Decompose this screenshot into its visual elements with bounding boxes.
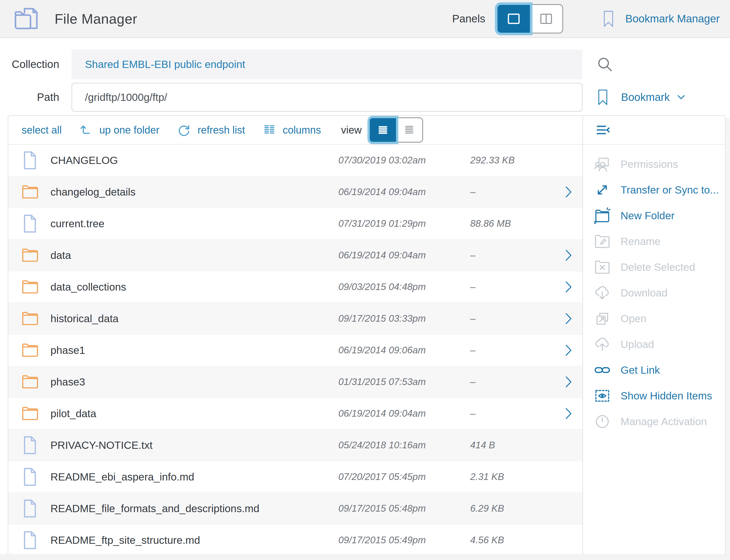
file-name: README_ftp_site_structure.md — [50, 534, 338, 546]
file-size: – — [470, 408, 555, 419]
bookmark-icon — [596, 89, 609, 106]
table-row[interactable]: changelog_details 06/19/2014 09:04am – — [8, 176, 583, 208]
single-panel-button[interactable] — [498, 5, 530, 33]
link-icon — [593, 361, 611, 379]
bookmark-manager-link[interactable]: Bookmark Manager — [602, 10, 720, 27]
action-label: Transfer or Sync to... — [621, 184, 719, 196]
collapse-icon — [594, 122, 612, 138]
open-icon — [593, 310, 611, 328]
bookmark-icon — [602, 10, 615, 27]
action-label: Permissions — [621, 158, 678, 170]
action-label: Delete Selected — [621, 261, 695, 273]
file-name: README_file_formats_and_descriptions.md — [50, 503, 338, 515]
action-label: Get Link — [621, 364, 660, 376]
refresh-list-button[interactable]: refresh list — [176, 123, 245, 137]
table-row[interactable]: README_file_formats_and_descriptions.md … — [8, 493, 583, 524]
select-all-label: select all — [22, 124, 62, 136]
single-pane-icon — [504, 10, 523, 27]
action-get-link[interactable]: Get Link — [583, 357, 725, 383]
file-name: data — [50, 249, 338, 261]
transfer-icon — [593, 181, 611, 199]
table-row[interactable]: current.tree 07/31/2019 01:29pm 88.86 MB — [8, 208, 583, 240]
modified-date: 06/19/2014 09:04am — [338, 408, 470, 419]
file-size: 4.56 KB — [470, 535, 555, 546]
file-size: – — [470, 250, 555, 261]
table-row[interactable]: README_ebi_aspera_info.md 07/20/2017 05:… — [8, 461, 583, 493]
rename-icon — [593, 232, 611, 250]
action-show-hidden-items[interactable]: Show Hidden Items — [583, 383, 725, 409]
list-dense-icon — [402, 123, 417, 137]
table-row[interactable]: PRIVACY-NOTICE.txt 05/24/2018 10:16am 41… — [8, 430, 583, 461]
collection-field[interactable]: Shared EMBL-EBI public endpoint — [72, 49, 583, 79]
table-row[interactable]: phase3 01/31/2015 07:53am – — [8, 366, 583, 398]
action-rename: Rename — [583, 229, 725, 254]
file-name: README_ebi_aspera_info.md — [50, 471, 338, 483]
up-one-folder-button[interactable]: up one folder — [79, 123, 160, 137]
refresh-icon — [176, 123, 191, 137]
columns-icon — [262, 123, 276, 137]
table-row[interactable]: data 06/19/2014 09:04am – — [8, 240, 583, 271]
file-size: 292.33 KB — [470, 155, 555, 166]
upload-icon — [593, 335, 611, 353]
file-manager-icon — [13, 6, 40, 31]
file-name: current.tree — [50, 218, 338, 230]
file-size: – — [470, 345, 555, 356]
file-icon — [22, 214, 39, 234]
file-name: data_collections — [50, 281, 338, 293]
folder-icon — [22, 340, 39, 360]
modified-date: 01/31/2015 07:53am — [338, 377, 470, 387]
table-row[interactable]: README_ftp_site_structure.md 09/17/2015 … — [8, 524, 583, 556]
up-arrow-icon — [79, 123, 93, 137]
actions-sidebar: Permissions Transfer or Sync to... New F… — [583, 116, 725, 555]
table-row[interactable]: CHANGELOG 07/30/2019 03:02am 292.33 KB — [8, 145, 583, 176]
chevron-down-icon — [675, 92, 687, 103]
chevron-right-icon[interactable] — [555, 407, 583, 420]
file-icon — [22, 467, 39, 487]
folder-icon — [22, 404, 39, 424]
table-row[interactable]: phase1 06/19/2014 09:06am – — [8, 335, 583, 366]
table-row[interactable]: pilot_data 06/19/2014 09:04am – — [8, 398, 583, 430]
action-upload: Upload — [583, 331, 725, 357]
list-toolbar: select all up one folder refresh list co… — [8, 116, 583, 145]
chevron-right-icon[interactable] — [555, 344, 583, 357]
select-all-button[interactable]: select all — [22, 124, 62, 136]
chevron-right-icon[interactable] — [555, 280, 583, 294]
actions-menu: Permissions Transfer or Sync to... New F… — [583, 145, 725, 434]
columns-button[interactable]: columns — [262, 123, 321, 137]
file-name: pilot_data — [50, 408, 338, 420]
people-icon — [593, 155, 611, 173]
modified-date: 09/17/2015 05:48pm — [338, 503, 470, 514]
condensed-view-button[interactable] — [396, 118, 422, 142]
bookmark-label: Bookmark — [621, 91, 670, 103]
double-pane-icon — [537, 10, 556, 27]
modified-date: 07/20/2017 05:45pm — [338, 471, 470, 482]
list-view-button[interactable] — [370, 118, 396, 142]
panels-toggle-group: Panels — [452, 4, 563, 33]
app-header: File Manager Panels Bookmark Manager — [0, 0, 730, 38]
file-name: phase1 — [50, 344, 338, 356]
chevron-right-icon[interactable] — [555, 312, 583, 325]
action-new-folder[interactable]: New Folder — [583, 203, 725, 229]
action-transfer-or-sync-to[interactable]: Transfer or Sync to... — [583, 177, 725, 203]
action-permissions: Permissions — [583, 151, 725, 177]
bottom-strip — [0, 554, 730, 560]
file-size: 6.29 KB — [470, 503, 555, 514]
table-row[interactable]: data_collections 09/03/2015 04:48pm – — [8, 271, 583, 303]
table-row[interactable]: historical_data 09/17/2015 03:33pm – — [8, 303, 583, 335]
location-bar: Collection Shared EMBL-EBI public endpoi… — [0, 49, 730, 112]
view-label: view — [341, 124, 362, 136]
file-name: CHANGELOG — [50, 154, 338, 167]
collapse-menu-button[interactable] — [594, 122, 612, 138]
dual-panel-button[interactable] — [530, 5, 562, 33]
folder-icon — [22, 277, 39, 297]
modified-date: 09/03/2015 04:48pm — [338, 282, 470, 292]
chevron-right-icon[interactable] — [555, 375, 583, 389]
path-input[interactable] — [72, 83, 583, 112]
folder-icon — [22, 372, 39, 392]
chevron-right-icon[interactable] — [555, 185, 583, 199]
bookmark-dropdown[interactable]: Bookmark — [596, 89, 687, 106]
chevron-right-icon[interactable] — [555, 249, 583, 262]
collection-search-button[interactable] — [596, 56, 613, 73]
file-size: – — [470, 313, 555, 324]
action-open: Open — [583, 306, 725, 331]
